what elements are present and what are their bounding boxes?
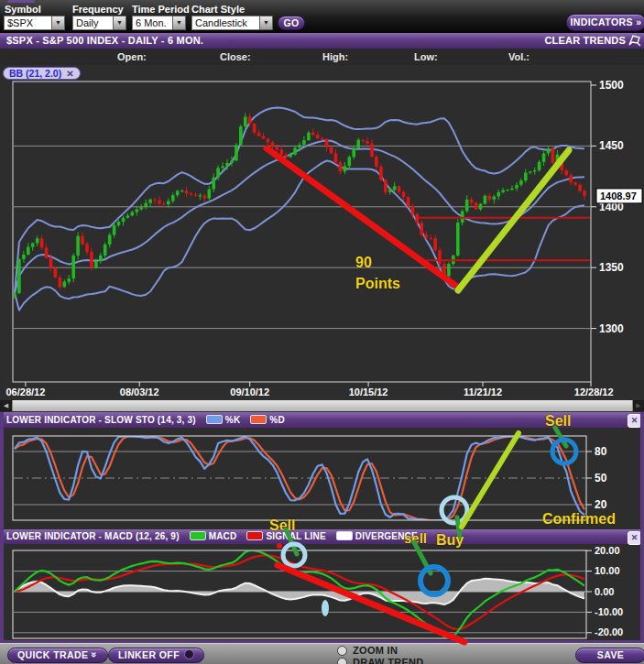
scroll-left-button[interactable]: ◀ [0,400,12,411]
svg-text:-20.00: -20.00 [595,626,623,637]
draw-trend-option[interactable]: DRAW TREND [337,658,424,664]
bottom-bar: QUICK TRADE» LINKER OFF ZOOM IN DRAW TRE… [0,643,644,664]
macd-legend-label: MACD [209,531,237,541]
macd-panel-header: LOWER INDICATOR - MACD (12, 26, 9) MACD … [0,529,644,544]
svg-text:10.00: 10.00 [595,565,620,576]
draw-trend-radio[interactable] [337,658,347,664]
svg-text:-10.00: -10.00 [595,606,623,617]
macd-panel-title: LOWER INDICATOR - MACD (12, 26, 9) [6,531,180,541]
sto-d-legend-swatch [250,415,267,424]
quick-trade-button[interactable]: QUICK TRADE» [7,648,108,663]
svg-text:0.00: 0.00 [595,586,614,597]
panel-border-right [640,412,644,643]
double-chevron-down-icon: » [89,652,102,659]
panel-border-left [0,412,4,643]
scroll-right-button[interactable]: ▶ [633,400,644,411]
svg-text:20.00: 20.00 [595,545,620,556]
zoom-in-option[interactable]: ZOOM IN [337,646,398,657]
divergence-legend-swatch [336,531,353,540]
sto-k-legend-label: %K [225,415,241,425]
trading-app-window: Symbol $SPX ▼ Frequency Daily ▼ Time Per… [0,0,644,664]
macd-legend-swatch [190,531,206,540]
divergence-legend-label: DIVERGENCE [355,531,418,541]
linker-status-icon [184,649,194,659]
signal-legend-label: SIGNAL LINE [266,531,325,541]
linker-label: LINKER OFF [118,649,180,660]
macd-panel-close-button[interactable]: ✕ [628,531,641,545]
quick-trade-label: QUICK TRADE [17,649,88,660]
macd-chart[interactable]: 20.0010.000.00-10.00-20.00 [0,0,644,664]
sto-panel-close-button[interactable]: ✕ [628,414,641,428]
draw-trend-label: DRAW TREND [353,657,424,664]
signal-legend-swatch [246,531,263,540]
save-chart-button[interactable]: SAVE CHART [575,648,644,663]
sto-panel-title: LOWER INDICATOR - SLOW STO (14, 3, 3) [6,415,196,425]
sto-panel-header: LOWER INDICATOR - SLOW STO (14, 3, 3) %K… [0,412,644,428]
sto-d-legend-label: %D [269,415,285,425]
chart-scrollbar-thumb[interactable] [12,400,633,411]
zoom-in-radio[interactable] [337,646,347,656]
zoom-in-label: ZOOM IN [353,645,398,656]
sto-k-legend-swatch [206,415,223,424]
linker-button[interactable]: LINKER OFF [108,648,204,663]
